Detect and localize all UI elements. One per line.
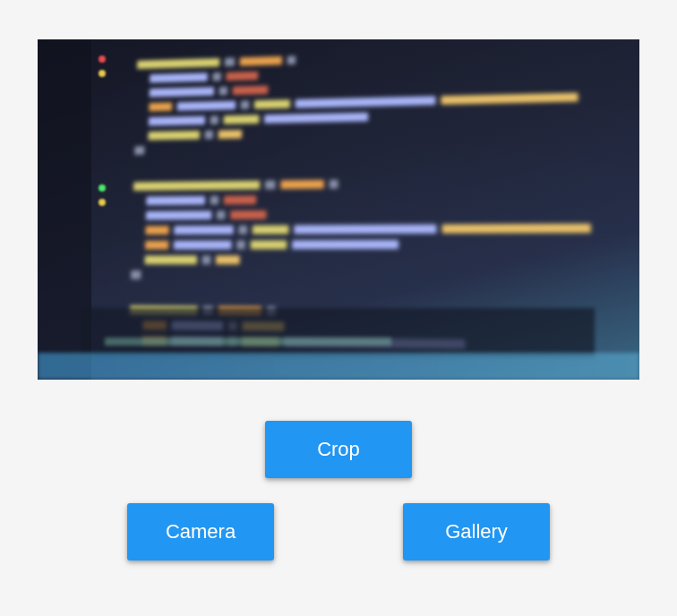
source-button-row: Camera Gallery xyxy=(38,503,639,560)
terminal-text-decoration xyxy=(105,338,391,346)
camera-button[interactable]: Camera xyxy=(127,503,274,560)
buttons-area: Crop Camera Gallery xyxy=(38,421,639,560)
image-preview xyxy=(38,39,639,380)
terminal-band-decoration xyxy=(82,308,595,357)
gallery-button[interactable]: Gallery xyxy=(403,503,550,560)
crop-button[interactable]: Crop xyxy=(265,421,412,478)
status-bar-decoration xyxy=(38,353,639,380)
editor-gutter-decoration xyxy=(93,48,111,299)
